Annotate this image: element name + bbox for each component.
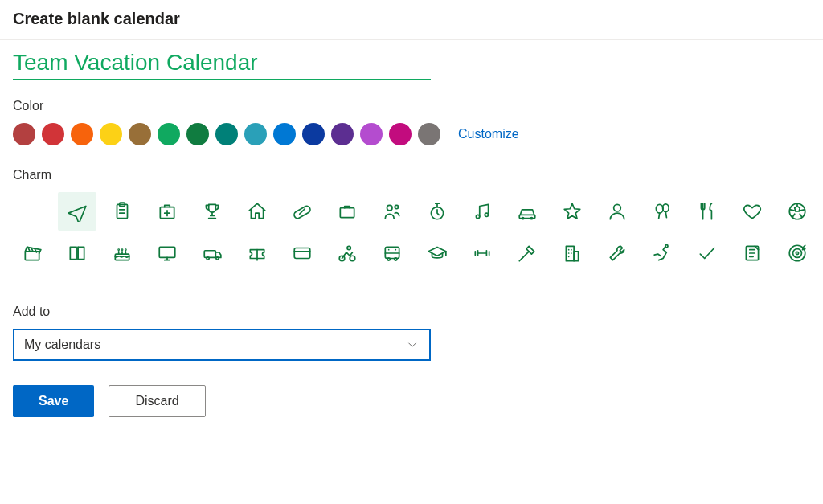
clipboard-icon[interactable]: [103, 192, 141, 231]
color-swatch-9[interactable]: [273, 123, 296, 145]
addto-value: My calendars: [24, 338, 100, 352]
svg-point-21: [125, 249, 126, 250]
svg-point-20: [121, 249, 122, 250]
color-swatch-0[interactable]: [13, 123, 35, 145]
color-swatch-12[interactable]: [360, 123, 383, 145]
airplane-icon[interactable]: [58, 192, 96, 231]
firstaid-icon[interactable]: [148, 192, 186, 231]
svg-rect-4: [340, 208, 354, 218]
color-swatch-11[interactable]: [331, 123, 354, 145]
star-icon[interactable]: [553, 192, 592, 231]
svg-rect-22: [159, 247, 175, 257]
svg-point-13: [614, 204, 621, 211]
people-icon[interactable]: [373, 192, 412, 231]
addto-label: Add to: [13, 305, 810, 319]
charm-label: Charm: [13, 168, 810, 182]
svg-point-38: [793, 249, 802, 258]
soccer-icon[interactable]: [778, 192, 817, 231]
customize-link[interactable]: Customize: [458, 127, 519, 141]
svg-point-9: [485, 213, 488, 216]
color-label: Color: [13, 99, 810, 113]
svg-point-24: [207, 257, 209, 260]
svg-point-29: [347, 246, 350, 249]
addto-dropdown[interactable]: My calendars: [13, 329, 431, 361]
page-title: Create blank calendar: [0, 0, 823, 40]
chevron-down-icon: [405, 338, 420, 352]
svg-point-6: [395, 205, 398, 208]
color-row: Customize: [13, 123, 810, 145]
creditcard-icon[interactable]: [283, 234, 321, 272]
color-swatch-5[interactable]: [158, 123, 180, 145]
color-swatch-8[interactable]: [244, 123, 267, 145]
svg-rect-26: [294, 248, 310, 259]
monitor-icon[interactable]: [148, 234, 186, 272]
charm-none[interactable]: [13, 192, 51, 231]
notebook-icon[interactable]: [733, 234, 772, 272]
balloons-icon[interactable]: [643, 192, 682, 231]
discard-button[interactable]: Discard: [109, 385, 205, 417]
trophy-icon[interactable]: [193, 192, 231, 231]
svg-rect-33: [566, 246, 574, 260]
svg-point-8: [476, 215, 479, 218]
color-swatch-6[interactable]: [186, 123, 209, 145]
color-swatch-14[interactable]: [418, 123, 440, 145]
svg-point-5: [387, 205, 393, 210]
svg-point-28: [350, 256, 355, 261]
color-swatch-4[interactable]: [129, 123, 151, 145]
heart-icon[interactable]: [733, 192, 772, 231]
save-button[interactable]: Save: [13, 385, 94, 417]
svg-point-39: [796, 252, 798, 254]
color-swatch-10[interactable]: [302, 123, 325, 145]
color-swatch-1[interactable]: [42, 123, 64, 145]
music-icon[interactable]: [463, 192, 502, 231]
clapper-icon[interactable]: [13, 234, 51, 272]
color-swatch-3[interactable]: [100, 123, 122, 145]
target-icon[interactable]: [778, 234, 817, 272]
bus-icon[interactable]: [373, 234, 412, 272]
stopwatch-icon[interactable]: [418, 192, 457, 231]
utensils-icon[interactable]: [688, 192, 727, 231]
book-icon[interactable]: [58, 234, 96, 272]
svg-rect-34: [574, 252, 578, 261]
wrench-icon[interactable]: [598, 234, 637, 272]
tools-icon[interactable]: [508, 234, 547, 272]
color-swatch-13[interactable]: [389, 123, 412, 145]
checkmark-icon[interactable]: [688, 234, 727, 272]
running-icon[interactable]: [643, 234, 682, 272]
cake-icon[interactable]: [103, 234, 141, 272]
color-swatch-7[interactable]: [215, 123, 238, 145]
building-icon[interactable]: [553, 234, 592, 272]
charm-grid: [13, 192, 810, 272]
graduation-icon[interactable]: [418, 234, 457, 272]
svg-point-19: [118, 249, 119, 250]
svg-point-25: [216, 257, 219, 260]
color-swatch-2[interactable]: [71, 123, 93, 145]
cycling-icon[interactable]: [328, 234, 366, 272]
ticket-icon[interactable]: [238, 234, 276, 272]
home-icon[interactable]: [238, 192, 276, 231]
svg-point-32: [395, 258, 397, 260]
van-icon[interactable]: [193, 234, 231, 272]
svg-rect-23: [204, 251, 215, 258]
svg-point-31: [387, 258, 390, 260]
svg-point-35: [665, 245, 668, 248]
car-icon[interactable]: [508, 192, 547, 231]
calendar-name-input[interactable]: [13, 48, 431, 80]
dumbbell-icon[interactable]: [463, 234, 502, 272]
pill-icon[interactable]: [283, 192, 321, 231]
briefcase-icon[interactable]: [328, 192, 366, 231]
person-icon[interactable]: [598, 192, 637, 231]
